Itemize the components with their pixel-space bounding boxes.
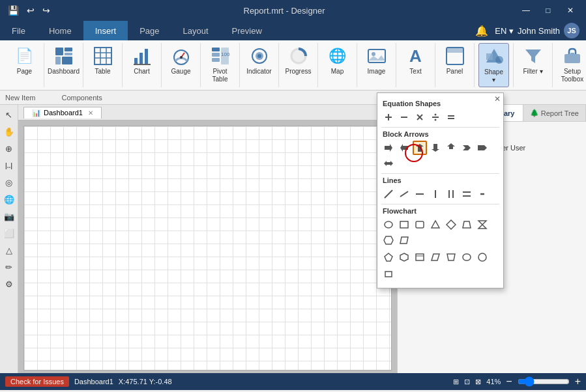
insert-filter-button[interactable]: Filter ▾ <box>519 43 548 87</box>
shape-line-diag2[interactable] <box>397 187 411 201</box>
chart-icon <box>132 46 153 66</box>
shape-minus[interactable] <box>397 110 411 124</box>
tool-indicator[interactable]: ◎ <box>2 175 16 189</box>
insert-dashboard-button[interactable]: Dashboard <box>44 43 83 87</box>
tab-insert[interactable]: Insert <box>83 21 128 40</box>
shape-plus[interactable] <box>381 110 396 124</box>
page-icon[interactable]: ⊠ <box>475 378 481 386</box>
zoom-in-button[interactable]: + <box>575 376 581 387</box>
flowchart-row <box>381 217 499 247</box>
shape-fc-penta[interactable] <box>381 250 396 264</box>
shape-line-h[interactable] <box>413 187 427 201</box>
shape-fc-hexv[interactable] <box>397 250 411 264</box>
shape-fc-hex[interactable] <box>381 233 396 247</box>
shape-arrow-left2[interactable] <box>444 141 458 155</box>
insert-image-button[interactable]: Image <box>362 43 391 87</box>
tool-pencil[interactable]: ✏ <box>2 260 16 274</box>
tool-select[interactable]: ↖ <box>2 107 16 122</box>
shape-fc-para[interactable] <box>397 233 411 247</box>
image-icon <box>366 46 387 66</box>
minimize-button[interactable]: — <box>516 3 536 18</box>
canvas-tab-close[interactable]: ✕ <box>88 109 93 117</box>
zoom-out-button[interactable]: − <box>506 376 512 387</box>
redo-icon[interactable]: ↪ <box>40 4 53 17</box>
insert-table-button[interactable]: Table <box>89 43 117 87</box>
insert-panel-button[interactable]: Panel <box>441 43 469 87</box>
shape-fc-rect[interactable] <box>397 217 411 232</box>
fit-icon[interactable]: ⊡ <box>464 378 470 386</box>
close-button[interactable]: ✕ <box>560 3 581 18</box>
tab-layout[interactable]: Layout <box>171 21 220 40</box>
undo-icon[interactable]: ↩ <box>24 4 37 17</box>
tool-camera[interactable]: 📷 <box>2 209 16 223</box>
tool-settings[interactable]: ⚙ <box>2 277 16 291</box>
shape-fc-small-rect[interactable] <box>381 267 396 281</box>
shape-fc-trapezoid[interactable] <box>460 217 474 232</box>
tool-globe[interactable]: 🌐 <box>2 192 16 206</box>
insert-indicator-button[interactable]: Indicator <box>242 43 275 87</box>
toolbox-icon <box>562 46 583 66</box>
shape-line-diag1[interactable] <box>381 187 396 201</box>
user-name: John Smith <box>518 26 560 36</box>
lang-selector[interactable]: EN ▾ <box>495 26 514 36</box>
tab-page[interactable]: Page <box>128 21 171 40</box>
canvas-tab-dashboard[interactable]: 📊 Dashboard1 ✕ <box>23 107 102 119</box>
svg-marker-51 <box>463 145 471 150</box>
popup-close[interactable]: ✕ <box>494 94 501 104</box>
shape-fc-circle[interactable] <box>475 250 490 264</box>
gauge-icon <box>171 46 192 66</box>
shape-arrow-up[interactable] <box>413 141 427 155</box>
shape-chevron-right[interactable] <box>460 141 474 155</box>
shape-arrow-left[interactable] <box>397 141 411 155</box>
insert-text-button[interactable]: A Text <box>402 43 430 87</box>
tool-ruler[interactable]: |..| <box>2 158 16 173</box>
tab-file[interactable]: File <box>0 21 37 40</box>
shape-fc-trapezoid2[interactable] <box>444 250 458 264</box>
zoom-slider[interactable] <box>518 377 570 386</box>
save-icon[interactable]: 💾 <box>5 4 22 17</box>
tool-rectangle[interactable]: ⬜ <box>2 226 16 240</box>
tab-home[interactable]: Home <box>37 21 83 40</box>
shape-fc-oval[interactable] <box>381 217 396 232</box>
shape-equals[interactable] <box>444 110 458 124</box>
grid-icon[interactable]: ⊞ <box>453 378 459 386</box>
shape-multiply[interactable] <box>413 110 427 124</box>
shape-double-arrow[interactable] <box>381 156 396 171</box>
shape-fc-rounded[interactable] <box>460 250 474 264</box>
maximize-button[interactable]: □ <box>538 3 559 18</box>
shape-line-double-h[interactable] <box>460 187 474 201</box>
shape-arrow-right[interactable] <box>381 141 396 155</box>
svg-marker-72 <box>385 253 392 261</box>
insert-progress-button[interactable]: Progress <box>282 43 315 87</box>
shape-line-short[interactable] <box>475 187 490 201</box>
insert-chart-button[interactable]: Chart <box>128 43 156 87</box>
svg-marker-48 <box>416 144 424 152</box>
check-issues-button[interactable]: Check for Issues <box>5 376 69 387</box>
insert-pivot-button[interactable]: 100 Pivot Table <box>205 43 235 87</box>
tab-preview[interactable]: Preview <box>220 21 274 40</box>
insert-shape-button[interactable]: Shape ▾ <box>478 43 509 87</box>
insert-map-button[interactable]: 🌐 Map <box>323 43 352 87</box>
flowchart-row2 <box>381 250 499 264</box>
insert-gauge-button[interactable]: Gauge <box>167 43 196 87</box>
shape-line-v[interactable] <box>428 187 443 201</box>
shape-fc-rect2[interactable] <box>413 217 427 232</box>
shape-divide[interactable] <box>428 110 443 124</box>
shape-fc-hourglass[interactable] <box>475 217 490 232</box>
tool-triangle[interactable]: △ <box>2 243 16 257</box>
tool-hand[interactable]: ✋ <box>2 124 16 139</box>
panel-tab-report-tree[interactable]: 🌲 Report Tree <box>523 105 586 121</box>
notification-icon[interactable]: 🔔 <box>475 25 488 37</box>
shape-fc-skew[interactable] <box>428 250 443 264</box>
ribbon-group-text: A Text <box>396 43 435 87</box>
shape-fc-diamond[interactable] <box>444 217 458 232</box>
insert-toolbox-button[interactable]: Setup Toolbox <box>557 43 586 87</box>
insert-page-button[interactable]: 📄 Page <box>10 43 39 87</box>
shape-line-double-v[interactable] <box>444 187 458 201</box>
canvas-grid[interactable] <box>23 126 392 371</box>
shape-fc-para2[interactable] <box>413 250 427 264</box>
shape-fc-triangle[interactable] <box>428 217 443 232</box>
shape-pentagon-arrow[interactable] <box>475 141 490 155</box>
tool-zoom-in[interactable]: ⊕ <box>2 141 16 156</box>
shape-arrow-down[interactable] <box>428 141 443 155</box>
